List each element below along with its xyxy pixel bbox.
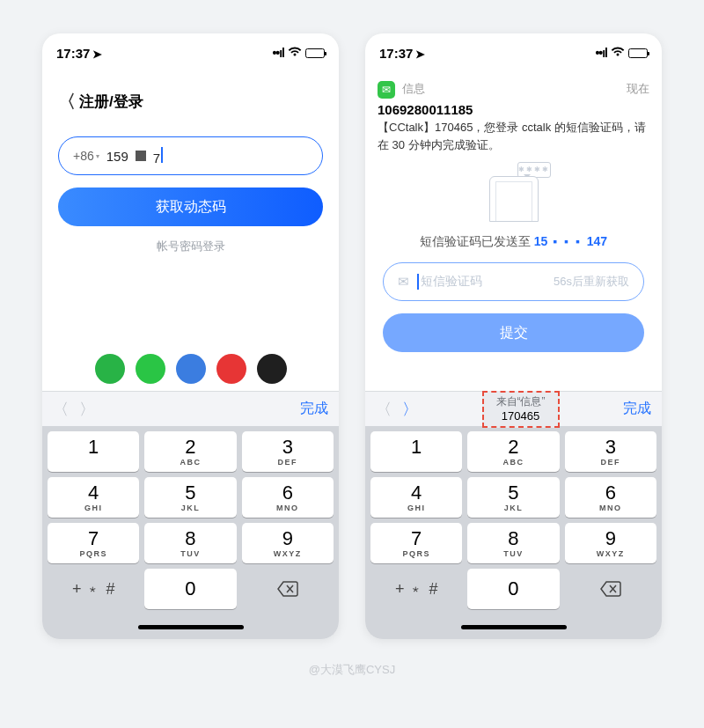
key-7[interactable]: 7PQRS — [48, 523, 139, 563]
key-8[interactable]: 8TUV — [144, 523, 236, 563]
key-symbols[interactable]: + ﹡ # — [48, 569, 139, 609]
notification-time: 现在 — [627, 81, 649, 97]
sms-code-input[interactable]: ✉ 短信验证码 56s后重新获取 — [383, 262, 644, 301]
text-cursor — [161, 147, 163, 163]
envelope-icon: ✉ — [398, 274, 409, 290]
battery-icon — [305, 48, 325, 58]
location-icon: ➤ — [92, 48, 102, 61]
key-1[interactable]: 1 — [48, 431, 139, 472]
key-5[interactable]: 5JKL — [467, 477, 559, 518]
submit-button[interactable]: 提交 — [383, 313, 644, 352]
social-icon[interactable] — [176, 354, 206, 384]
key-9[interactable]: 9WXYZ — [242, 523, 334, 563]
key-3[interactable]: 3DEF — [242, 431, 334, 472]
key-0[interactable]: 0 — [467, 569, 559, 609]
wifi-icon — [611, 47, 625, 60]
phone-number-input[interactable]: +86 ▾ 159 7 — [58, 136, 323, 175]
get-code-button[interactable]: 获取动态码 — [58, 188, 323, 226]
key-delete[interactable] — [565, 569, 656, 609]
chevron-down-icon: ▾ — [96, 152, 99, 160]
social-icon[interactable] — [136, 354, 165, 384]
status-bar: 17:37➤ ••ıl — [42, 33, 339, 72]
home-indicator — [42, 614, 339, 639]
status-time: 17:37 — [56, 46, 90, 61]
status-bar: 17:37➤ ••ıl — [365, 33, 662, 72]
social-login-row — [42, 354, 339, 384]
sms-sender: 1069280011185 — [378, 102, 649, 117]
keyboard: 〈 〉 来自“信息” 170465 完成 1 2ABC 3DEF — [365, 391, 662, 639]
page-title: 注册/登录 — [79, 92, 143, 112]
key-8[interactable]: 8TUV — [467, 523, 559, 563]
password-login-link[interactable]: 帐号密码登录 — [58, 239, 323, 254]
key-1[interactable]: 1 — [370, 431, 462, 472]
keyboard: 〈 〉 完成 1 2ABC 3DEF 4GHI 5JKL 6MNO 7PQRS — [42, 391, 339, 639]
cellular-icon: ••ıl — [272, 46, 284, 60]
chevron-left-icon: 〈 — [58, 90, 76, 114]
country-code-picker[interactable]: +86 ▾ — [73, 149, 99, 163]
battery-icon — [628, 48, 648, 58]
back-title-row[interactable]: 〈 注册/登录 — [58, 90, 323, 114]
key-2[interactable]: 2ABC — [144, 431, 236, 472]
key-0[interactable]: 0 — [144, 569, 236, 609]
sms-text: 【CCtalk】170465，您登录 cctalk 的短信验证码，请在 30 分… — [378, 119, 649, 153]
sms-autofill-suggestion[interactable]: 来自“信息” 170465 — [482, 391, 560, 428]
home-indicator — [365, 614, 662, 639]
prev-field-icon[interactable]: 〈 — [53, 399, 69, 420]
sent-to-line: 短信验证码已发送至 15 ▪ ▪ ▪ 147 — [383, 234, 644, 250]
phone-screen-login: 17:37➤ ••ıl 〈 注册/登录 +86 ▾ 159 — [42, 33, 339, 639]
keyboard-done-button[interactable]: 完成 — [623, 400, 651, 418]
messages-app-icon: ✉ — [378, 81, 395, 99]
social-icon[interactable] — [257, 354, 287, 384]
notification-banner[interactable]: ✉ 信息 现在 — [365, 72, 662, 102]
watermark: @大漠飞鹰CYSJ — [42, 662, 662, 678]
keyboard-accessory: 〈 〉 来自“信息” 170465 完成 — [365, 391, 662, 426]
key-6[interactable]: 6MNO — [242, 477, 334, 518]
keyboard-done-button[interactable]: 完成 — [300, 400, 328, 418]
wifi-icon — [288, 47, 302, 60]
phone-screen-verify: 17:37➤ ••ıl ✉ 信息 现在 1069280011185 【CCtal… — [365, 33, 662, 639]
masked-digits — [136, 151, 146, 161]
social-icon[interactable] — [95, 354, 125, 384]
key-5[interactable]: 5JKL — [144, 477, 236, 518]
keyboard-accessory: 〈 〉 完成 — [42, 391, 339, 426]
location-icon: ➤ — [415, 48, 425, 61]
key-symbols[interactable]: + ﹡ # — [370, 569, 462, 609]
prev-field-icon[interactable]: 〈 — [376, 399, 392, 420]
sms-illustration: ✱✱✱✱ — [482, 165, 546, 222]
key-7[interactable]: 7PQRS — [370, 523, 462, 563]
social-icon[interactable] — [216, 354, 246, 384]
key-6[interactable]: 6MNO — [565, 477, 656, 518]
key-4[interactable]: 4GHI — [370, 477, 462, 518]
key-delete[interactable] — [242, 569, 334, 609]
notification-app-label: 信息 — [402, 81, 620, 97]
cellular-icon: ••ıl — [595, 46, 607, 60]
key-3[interactable]: 3DEF — [565, 431, 656, 472]
sms-preview: 1069280011185 【CCtalk】170465，您登录 cctalk … — [365, 102, 662, 158]
next-field-icon[interactable]: 〉 — [79, 399, 95, 420]
next-field-icon[interactable]: 〉 — [402, 399, 418, 420]
key-4[interactable]: 4GHI — [48, 477, 139, 518]
status-time: 17:37 — [379, 46, 413, 61]
key-2[interactable]: 2ABC — [467, 431, 559, 472]
resend-countdown: 56s后重新获取 — [554, 274, 629, 290]
key-9[interactable]: 9WXYZ — [565, 523, 656, 563]
